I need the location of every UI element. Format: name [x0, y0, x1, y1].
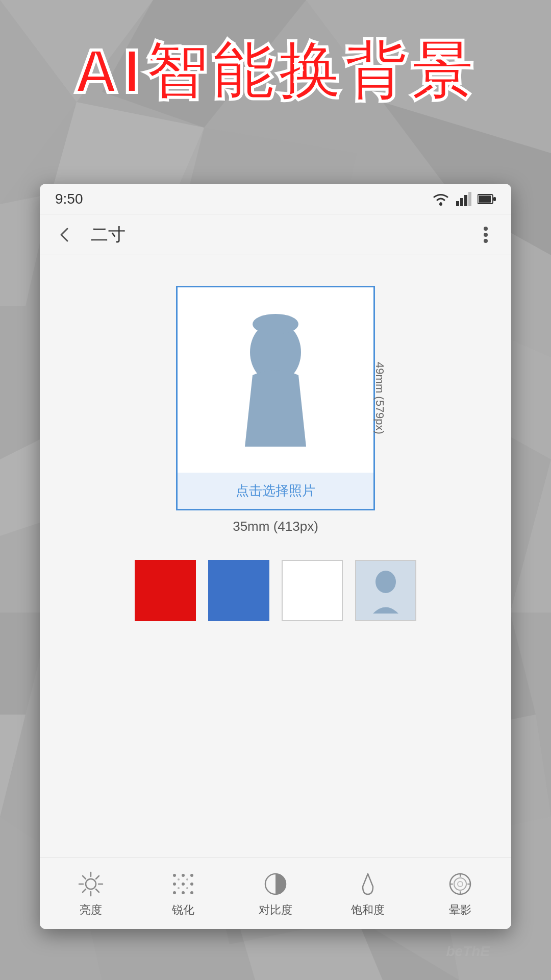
svg-point-66 [178, 887, 180, 889]
svg-point-44 [253, 314, 298, 334]
svg-line-54 [83, 889, 86, 892]
status-bar: 9:50 [40, 184, 511, 214]
photo-frame[interactable]: 点击选择照片 [176, 286, 375, 510]
svg-point-70 [454, 878, 466, 890]
svg-rect-38 [479, 195, 491, 203]
swatch-avatar[interactable] [355, 560, 416, 621]
battery-icon [478, 193, 496, 205]
status-time: 9:50 [55, 191, 83, 207]
svg-point-56 [182, 874, 185, 877]
svg-point-71 [458, 881, 463, 887]
sharpness-icon [169, 870, 197, 898]
swatch-white[interactable] [282, 560, 343, 621]
svg-point-57 [190, 874, 193, 877]
svg-rect-35 [464, 195, 467, 206]
svg-point-59 [182, 883, 185, 886]
phone-frame: 9:50 [40, 184, 511, 929]
signal-icon [456, 192, 471, 206]
saturation-label: 饱和度 [351, 902, 385, 918]
svg-point-32 [439, 203, 442, 206]
shadow-icon [446, 870, 474, 898]
saturation-icon [354, 870, 382, 898]
dimension-bottom-label: 35mm (413px) [233, 519, 318, 534]
bottom-toolbar: 亮度 [40, 857, 511, 929]
svg-point-60 [190, 883, 193, 886]
svg-rect-33 [456, 201, 459, 206]
contrast-icon [261, 870, 290, 898]
svg-point-63 [190, 891, 193, 894]
shadow-label: 晕影 [449, 902, 471, 918]
photo-click-hint[interactable]: 点击选择照片 [178, 473, 373, 509]
header-title: 二寸 [91, 223, 460, 247]
toolbar-contrast[interactable]: 对比度 [230, 870, 322, 918]
svg-point-65 [186, 878, 188, 880]
brightness-icon [77, 870, 105, 898]
photo-preview-wrapper: 点击选择照片 49mm (579px) [176, 286, 375, 510]
content-area: 点击选择照片 49mm (579px) 35mm (413px) [40, 255, 511, 929]
svg-rect-34 [460, 198, 463, 206]
more-button[interactable] [470, 219, 501, 250]
svg-rect-36 [468, 192, 471, 206]
swatch-red[interactable] [135, 560, 196, 621]
photo-placeholder [178, 287, 373, 473]
toolbar-shadow[interactable]: 晕影 [414, 870, 506, 918]
main-title: AI智能换背景 [0, 31, 551, 114]
svg-point-61 [173, 891, 176, 894]
toolbar-brightness[interactable]: 亮度 [45, 870, 137, 918]
brightness-label: 亮度 [80, 902, 102, 918]
sharpness-label: 锐化 [172, 902, 194, 918]
svg-point-67 [186, 887, 188, 889]
app-header: 二寸 [40, 214, 511, 255]
wifi-icon [432, 192, 450, 206]
swatch-blue[interactable] [208, 560, 269, 621]
svg-point-42 [484, 239, 488, 243]
svg-line-51 [83, 876, 86, 879]
svg-point-64 [178, 878, 180, 880]
toolbar-sharpness[interactable]: 锐化 [137, 870, 230, 918]
svg-point-41 [484, 233, 488, 237]
status-icons [432, 192, 496, 206]
svg-point-40 [484, 227, 488, 231]
svg-point-62 [182, 891, 185, 894]
svg-rect-39 [493, 197, 496, 201]
svg-point-45 [375, 571, 396, 593]
color-swatches [135, 560, 416, 621]
title-area: AI智能换背景 [0, 31, 551, 114]
svg-line-53 [96, 876, 99, 879]
svg-point-58 [173, 883, 176, 886]
watermark: beThE [446, 943, 490, 960]
back-button[interactable] [50, 219, 81, 250]
toolbar-saturation[interactable]: 饱和度 [321, 870, 414, 918]
svg-point-46 [86, 879, 96, 889]
dimension-right-label: 49mm (579px) [373, 362, 386, 434]
contrast-label: 对比度 [259, 902, 292, 918]
svg-point-55 [173, 874, 176, 877]
svg-line-52 [96, 889, 99, 892]
